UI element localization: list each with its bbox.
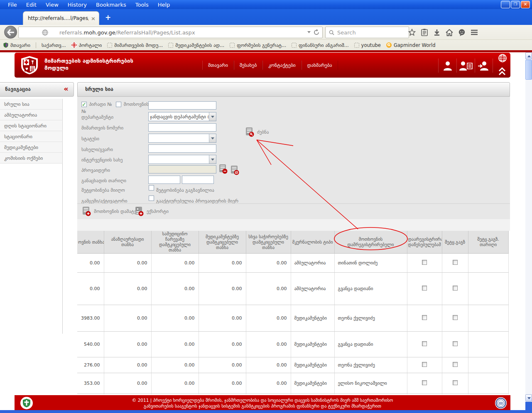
sidebar-item-day-hospital[interactable]: დღის სტაციონარი — [0, 120, 63, 131]
bookmark-item[interactable]: პორტალი — [71, 42, 102, 48]
request-no-checkbox[interactable] — [116, 102, 121, 107]
menu-tools[interactable]: Tools — [131, 1, 153, 9]
row-checkbox[interactable] — [422, 341, 427, 346]
row-checkbox[interactable] — [453, 380, 458, 385]
scroll-down-button[interactable] — [525, 394, 532, 401]
row-checkbox[interactable] — [453, 315, 458, 320]
url-dropdown-icon[interactable] — [307, 31, 311, 33]
reload-icon[interactable] — [313, 29, 320, 36]
table-row[interactable]: 276.00 0.00 0.00 0.00 0.00 მედიკამენტები… — [77, 357, 508, 373]
nav-help[interactable]: დახმარება — [302, 61, 338, 70]
bookmarks-panel-icon[interactable] — [420, 28, 429, 37]
notify-sent-checkbox[interactable] — [149, 185, 154, 191]
browser-tab[interactable]: http://referrals....l/Pages/List.aspx × — [23, 11, 99, 25]
row-checkbox[interactable] — [453, 286, 458, 291]
scroll-up-button[interactable] — [525, 52, 532, 59]
search-grid-icon — [245, 127, 254, 137]
bookmark-item[interactable]: youtube — [354, 42, 381, 48]
row-checkbox[interactable] — [422, 380, 427, 385]
bookmark-item[interactable]: მთავარი — [3, 42, 30, 48]
minimize-button[interactable]: _ — [501, 1, 510, 8]
bookmark-item[interactable]: ფორმების გენერატ... — [230, 42, 286, 48]
bookmark-item[interactable]: ფინანსური ანგარიშ... — [292, 42, 348, 48]
language-globe-icon[interactable] — [498, 54, 507, 63]
user-logout-icon[interactable] — [475, 59, 493, 73]
chat-icon[interactable] — [458, 28, 466, 37]
provider-select-button[interactable] — [219, 164, 228, 174]
row-checkbox[interactable] — [422, 362, 427, 367]
moh-logo — [20, 55, 39, 75]
sidebar-collapse-icon[interactable]: « — [64, 84, 69, 93]
date-from-input[interactable] — [148, 176, 180, 184]
tab-close-icon[interactable]: × — [91, 15, 96, 22]
chevron-down-icon — [209, 134, 216, 142]
scrollbar[interactable] — [525, 52, 532, 410]
user-list-icon[interactable] — [456, 59, 475, 73]
sidebar-item-ambulatory[interactable]: ამბულატორია — [0, 110, 63, 120]
table-row[interactable]: 0.00 0.00 0.00 0.00 0.00 ამბულატორია თინ… — [77, 254, 508, 273]
personal-no-checkbox[interactable] — [81, 102, 87, 107]
table-row[interactable]: 5933.00 0.00 0.00 0.00 0.00 — [77, 394, 508, 395]
cell-notif-sent — [442, 373, 468, 394]
nav-home[interactable]: მთავარი — [202, 61, 234, 70]
maximize-button[interactable]: ❒ — [511, 1, 520, 8]
scroll-thumb[interactable] — [525, 60, 532, 80]
cell-medical-approved: 0.00 — [151, 357, 199, 373]
footer-text: © 2011 | პროექტი ხორციელდება შრომის, ჯან… — [56, 397, 469, 409]
nav-about[interactable]: შესახებ — [234, 61, 262, 70]
table-row[interactable]: 353.00 0.00 0.00 0.00 0.00 მედიკამენტები… — [77, 373, 508, 394]
menu-bookmarks[interactable]: Bookmarks — [91, 1, 131, 9]
row-checkbox[interactable] — [453, 362, 458, 367]
sidebar-item-medicines[interactable]: მედიკამენტები — [0, 142, 63, 153]
referral-no-input[interactable] — [148, 123, 216, 132]
status-select[interactable] — [148, 134, 216, 143]
bookmark-item[interactable]: მიმართვების მოდუ... — [107, 42, 163, 48]
menu-history[interactable]: History — [63, 1, 91, 9]
cell-treatment-type — [291, 394, 334, 395]
row-checkbox[interactable] — [453, 341, 458, 346]
collapse-header-icon[interactable] — [498, 67, 506, 76]
date-to-input[interactable] — [182, 176, 214, 184]
search-input[interactable] — [337, 29, 400, 36]
table-row[interactable]: 3983.00 0.00 0.00 0.00 0.00 მედიკამენტებ… — [77, 305, 508, 332]
back-button[interactable] — [4, 26, 17, 39]
sidebar-item-full-list[interactable]: სრული სია — [0, 99, 63, 110]
add-request-button[interactable]: მოთხოვნის დამატება — [82, 206, 141, 216]
menu-file[interactable]: File — [3, 1, 22, 9]
nav-contacts[interactable]: კონტაქტები — [262, 61, 301, 70]
bookmark-item[interactable]: საქართვ... — [42, 42, 66, 48]
export-button[interactable]: ექსპორტი — [135, 206, 169, 216]
new-tab-button[interactable]: + — [103, 13, 113, 22]
row-checkbox[interactable] — [422, 260, 427, 265]
department-select[interactable]: ჯანდაცვის დეპარტამენტი (მე — [148, 112, 216, 121]
home-icon[interactable] — [445, 28, 454, 37]
menu-help[interactable]: Help — [153, 1, 175, 9]
provider-clear-button[interactable] — [230, 165, 239, 175]
sidebar-item-commission[interactable]: კომისიის ოქმები — [0, 153, 63, 164]
table-row[interactable]: 0.00 0.00 0.00 0.00 0.00 ამბულატორია გვა… — [77, 273, 508, 305]
bookmark-item[interactable]: მედიკამენტების ად... — [168, 42, 224, 48]
sidebar-item-hospital[interactable]: სტაციონარი — [0, 131, 63, 142]
downloads-icon[interactable] — [433, 28, 441, 37]
menu-view[interactable]: View — [41, 1, 63, 9]
row-checkbox[interactable] — [453, 260, 458, 265]
cell-registered-by-institution — [407, 394, 442, 395]
name-input[interactable] — [148, 144, 216, 153]
row-checkbox[interactable] — [422, 286, 427, 291]
table-row[interactable]: 540.00 0.00 0.00 0.00 0.00 მედიკამენტები… — [77, 332, 508, 357]
hamburger-menu-icon[interactable] — [470, 28, 478, 37]
bookmark-star-icon[interactable] — [408, 28, 416, 37]
cell-registered-by-institution — [407, 305, 442, 332]
row-checkbox[interactable] — [422, 315, 427, 320]
personal-no-input[interactable] — [148, 101, 216, 110]
intervention-select[interactable] — [148, 155, 216, 164]
cell-treatment-type: მედიკამენტები — [291, 357, 334, 373]
close-button[interactable]: ✕ — [521, 1, 530, 8]
menu-edit[interactable]: Edit — [22, 1, 41, 9]
search-button[interactable]: ძებნა — [245, 127, 269, 137]
url-bar[interactable]: referrals.moh.gov.ge/ReferralsHall/Pages… — [18, 27, 323, 38]
activated-checkbox[interactable] — [149, 196, 154, 201]
user-profile-icon[interactable] — [438, 59, 456, 73]
bookmark-item[interactable]: GGapminder World — [386, 42, 436, 48]
cell-treatment-type: მედიკამენტები — [291, 332, 334, 357]
